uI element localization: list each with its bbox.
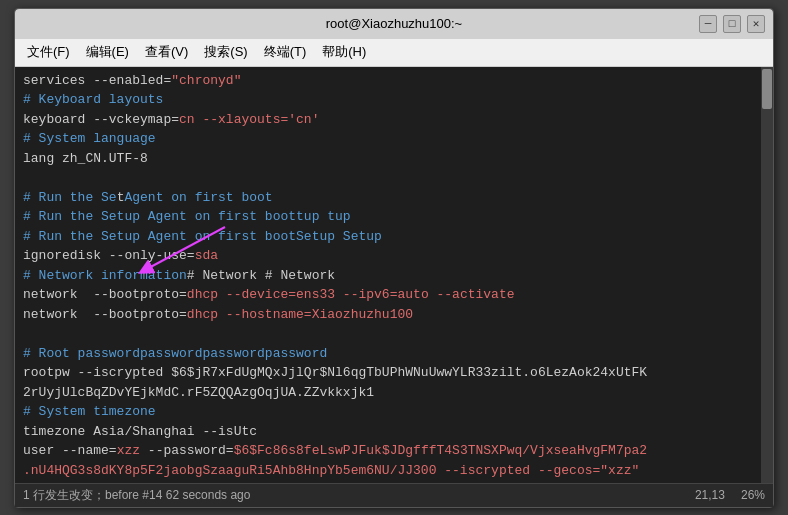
line-rootpw2: 2rUyjUlcBqZDvYEjkMdC.rF5ZQQAzgOqjUA.ZZvk…: [23, 383, 757, 403]
maximize-button[interactable]: □: [723, 15, 741, 33]
line-lang: lang zh_CN.UTF-8: [23, 149, 757, 169]
menu-help[interactable]: 帮助(H): [314, 41, 374, 63]
scrollbar[interactable]: [761, 67, 773, 483]
line-network2: network --bootproto=dhcp --hostname=Xiao…: [23, 305, 757, 325]
menu-terminal[interactable]: 终端(T): [256, 41, 315, 63]
window-controls: ─ □ ✕: [699, 15, 765, 33]
line-comment-syslang: # System language: [23, 129, 757, 149]
menu-file[interactable]: 文件(F): [19, 41, 78, 63]
line-comment-bootloader: # System bootloader configuration: [23, 480, 757, 483]
menubar: 文件(F) 编辑(E) 查看(V) 搜索(S) 终端(T) 帮助(H): [15, 39, 773, 67]
line-comment-rootpw: # Root passwordpasswordpasswordpassword: [23, 344, 757, 364]
menu-search[interactable]: 搜索(S): [196, 41, 255, 63]
window-title: root@Xiaozhuzhu100:~: [326, 16, 462, 31]
line-comment-run1: # Run the SetAgent on first boot: [23, 188, 757, 208]
line-rootpw: rootpw --iscrypted $6$jR7xFdUgMQxJjlQr$N…: [23, 363, 757, 383]
minimize-button[interactable]: ─: [699, 15, 717, 33]
line-comment-run3: # Run the Setup Agent on first bootSetup…: [23, 227, 757, 247]
statusbar-right: 21,13 26%: [695, 488, 765, 502]
menu-view[interactable]: 查看(V): [137, 41, 196, 63]
line-1: services --enabled="chronyd": [23, 71, 757, 91]
scrollbar-thumb[interactable]: [762, 69, 772, 109]
line-user2: .nU4HQG3s8dKY8p5F2jaobgSzaaguRi5Ahb8HnpY…: [23, 461, 757, 481]
statusbar: 1 行发生改变；before #14 62 seconds ago 21,13 …: [15, 483, 773, 507]
titlebar: root@Xiaozhuzhu100:~ ─ □ ✕: [15, 9, 773, 39]
line-comment-run2: # Run the Setup Agent on first boottup t…: [23, 207, 757, 227]
line-user: user --name=xzz --password=$6$Fc86s8feLs…: [23, 441, 757, 461]
line-network1: network --bootproto=dhcp --device=ens33 …: [23, 285, 757, 305]
line-keyboard: keyboard --vckeymap=cn --xlayouts='cn': [23, 110, 757, 130]
close-button[interactable]: ✕: [747, 15, 765, 33]
line-comment-keyboard: # Keyboard layouts: [23, 90, 757, 110]
line-empty-1: [23, 168, 757, 188]
line-empty-2: [23, 324, 757, 344]
editor-area: services --enabled="chronyd" # Keyboard …: [15, 67, 773, 483]
menu-edit[interactable]: 编辑(E): [78, 41, 137, 63]
statusbar-percent: 26%: [741, 488, 765, 502]
statusbar-position: 21,13: [695, 488, 725, 502]
statusbar-change-info: 1 行发生改变；before #14 62 seconds ago: [23, 487, 250, 504]
editor-content[interactable]: services --enabled="chronyd" # Keyboard …: [15, 67, 761, 483]
line-ignoredisk: ignoredisk --only-use=sda: [23, 246, 757, 266]
line-comment-network: # Network information# Network # Network: [23, 266, 757, 286]
terminal-window: root@Xiaozhuzhu100:~ ─ □ ✕ 文件(F) 编辑(E) 查…: [14, 8, 774, 508]
line-timezone: timezone Asia/Shanghai --isUtc: [23, 422, 757, 442]
line-comment-timezone: # System timezone: [23, 402, 757, 422]
